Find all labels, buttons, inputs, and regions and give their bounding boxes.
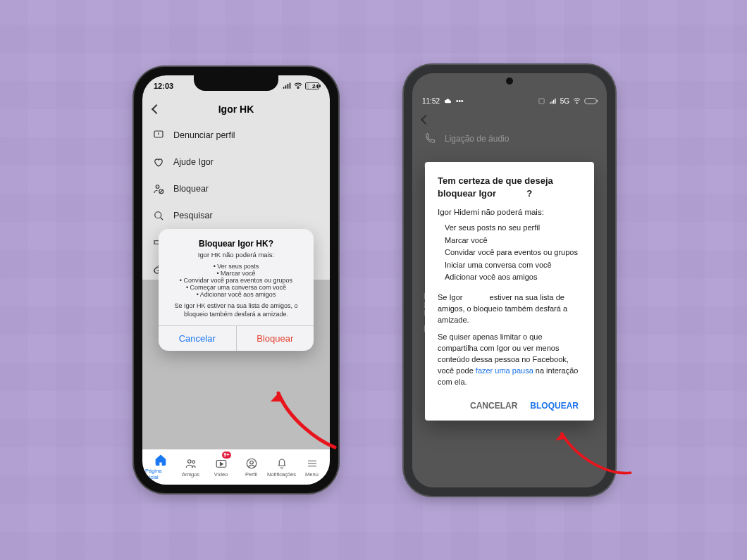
friends-icon [185, 457, 197, 470]
search-icon [152, 209, 165, 222]
tab-label: Página inicial [145, 468, 175, 480]
block-confirmation-dialog-android: Tem certeza de que deseja bloquear Igor … [425, 162, 594, 421]
dialog-list-item: Adicionar você aos amigos [168, 291, 304, 298]
block-confirmation-dialog-ios: Bloquear Igor HK? Igor HK não poderá mai… [159, 229, 314, 351]
svg-rect-10 [538, 98, 543, 103]
menu-label: Pesquisar [173, 211, 213, 220]
status-dots: ••• [456, 97, 464, 105]
dialog-title: Tem certeza de que deseja bloquear Igor … [438, 175, 581, 199]
battery-text: 24 [312, 83, 319, 89]
status-time: 12:03 [154, 82, 173, 90]
android-camera-punchhole [506, 77, 513, 85]
menu-item-block[interactable]: Bloquear [142, 175, 330, 202]
dialog-footer-text: Se Igor HK estiver na sua lista de amigo… [168, 302, 304, 318]
annotation-arrow-android [551, 416, 636, 496]
dialog-list-item: Convidar você para eventos ou grupos [168, 277, 304, 284]
dialog-list-item: Marcar você [445, 235, 581, 247]
signal-icon [283, 82, 291, 89]
dialog-list-item: Ver seus posts no seu perfil [445, 222, 581, 235]
dialog-list-item: Marcar você [168, 270, 304, 277]
dialog-paragraph: Se quiser apenas limitar o que compartil… [438, 332, 581, 388]
dialog-list-item: Começar uma conversa com você [168, 284, 304, 291]
block-button[interactable]: Bloquear [237, 326, 314, 351]
svg-point-3 [155, 212, 161, 218]
tab-label: Notificações [267, 471, 296, 478]
dialog-list-item: Ver seus posts [168, 263, 304, 270]
user-block-icon [152, 182, 165, 195]
dialog-list-item: Adicionar você aos amigos [445, 271, 581, 284]
wifi-icon [294, 82, 302, 89]
menu-label: Denunciar perfil [173, 130, 235, 140]
signal-icon [549, 97, 557, 105]
tab-label: Amigos [182, 471, 199, 478]
take-a-break-link[interactable]: fazer uma pausa [476, 366, 533, 375]
svg-point-5 [192, 460, 195, 463]
heart-icon [152, 156, 165, 168]
network-label: 5G [560, 97, 569, 105]
annotation-arrow-ios [268, 380, 352, 461]
svg-point-8 [249, 461, 253, 464]
tab-profile[interactable]: Perfil [236, 457, 266, 478]
menu-label: Bloquear [173, 184, 209, 194]
profile-icon [245, 457, 258, 470]
battery-icon [584, 98, 597, 104]
report-icon [152, 129, 165, 142]
status-time: 11:52 [422, 97, 440, 105]
svg-point-1 [156, 185, 159, 189]
video-icon [215, 457, 228, 470]
dialog-subtitle: Igor HK não poderá mais: [168, 251, 304, 259]
page-title: Igor HK [218, 104, 254, 115]
tab-label: Perfil [245, 471, 257, 478]
dialog-paragraph: Se Igor estiver na sua lista de amigos, … [438, 292, 581, 326]
dialog-list-item: Iniciar uma conversa com você [445, 259, 581, 272]
page-header: Igor HK [142, 97, 330, 122]
dialog-list-item: Convidar você para eventos ou grupos [445, 247, 581, 259]
status-bar: 11:52 ••• 5G [412, 92, 607, 110]
menu-item-search[interactable]: Pesquisar [142, 202, 330, 229]
svg-marker-9 [271, 393, 285, 402]
dialog-list: Ver seus posts Marcar você Convidar você… [168, 263, 304, 298]
home-icon [154, 454, 167, 466]
tab-friends[interactable]: Amigos [175, 457, 206, 478]
nfc-icon [538, 97, 545, 105]
menu-label: Ajude Igor [173, 157, 214, 167]
menu-item-help[interactable]: Ajude Igor [142, 149, 330, 175]
tab-home[interactable]: Página inicial [145, 454, 175, 480]
wifi-icon [573, 97, 581, 105]
tab-label: Vídeo [214, 471, 228, 478]
svg-point-4 [187, 459, 191, 463]
dialog-title: Bloquear Igor HK? [168, 239, 304, 249]
back-button[interactable] [149, 102, 163, 116]
tab-video[interactable]: 9+ Vídeo [206, 457, 236, 478]
dialog-list: Ver seus posts no seu perfil Marcar você… [438, 222, 581, 284]
cancel-button[interactable]: Cancelar [159, 326, 237, 351]
menu-item-report[interactable]: Denunciar perfil [142, 122, 330, 149]
block-button[interactable]: BLOQUEAR [530, 401, 579, 411]
notification-badge: 9+ [222, 452, 232, 459]
tab-label: Menu [305, 471, 319, 478]
cloud-icon [444, 97, 452, 105]
dialog-subtitle: Igor Hidemi não poderá mais: [438, 208, 581, 216]
cancel-button[interactable]: CANCELAR [470, 401, 517, 411]
iphone-notch [194, 75, 278, 91]
